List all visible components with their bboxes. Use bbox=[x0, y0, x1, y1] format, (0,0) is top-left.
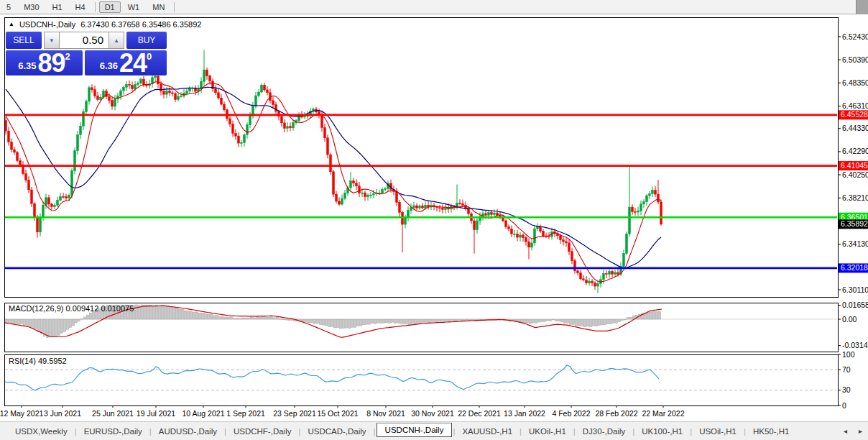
rsi-axis-label: 0 bbox=[842, 401, 846, 410]
date-label: 22 Mar 2022 bbox=[642, 409, 685, 418]
date-label: 13 Jan 2022 bbox=[504, 409, 545, 418]
date-label: 28 Feb 2022 bbox=[596, 409, 638, 418]
macd-axis-label: -0.031421 bbox=[842, 341, 868, 349]
buy-price-button[interactable]: 6.36 24 0 bbox=[85, 50, 167, 75]
macd-label: MACD(12,26,9) 0.009412 0.010075 bbox=[9, 304, 134, 313]
price-tick-label: 6.34130 bbox=[842, 239, 868, 248]
volume-input[interactable]: 0.50 bbox=[60, 32, 108, 49]
rsi-panel bbox=[4, 354, 838, 405]
sell-price-sup: 2 bbox=[65, 51, 70, 62]
date-label: 12 May 2021 bbox=[0, 409, 44, 418]
collapse-chart-icon[interactable]: ▲ bbox=[9, 22, 14, 27]
price-axis: 6.524306.503906.483506.463106.443306.422… bbox=[838, 32, 868, 294]
chevron-up-icon: ▲ bbox=[114, 37, 119, 44]
volume-spinner: ▼ 0.50 ▲ bbox=[44, 32, 124, 49]
date-label: 8 Nov 2021 bbox=[366, 409, 405, 418]
date-label: 25 Jun 2021 bbox=[92, 409, 134, 418]
sell-button[interactable]: SELL bbox=[6, 32, 42, 49]
price-tick-label: 6.38210 bbox=[842, 193, 868, 202]
buy-price-big: 24 bbox=[119, 52, 147, 75]
price-tag-6.45528: 6.45528 bbox=[839, 110, 868, 119]
price-tick-label: 6.50390 bbox=[842, 55, 868, 64]
buy-button[interactable]: BUY bbox=[126, 32, 167, 49]
buy-price-prefix: 6.36 bbox=[100, 60, 118, 71]
rsi-axis: 10070300 bbox=[838, 350, 855, 410]
buy-price-sup: 0 bbox=[147, 51, 152, 62]
chart-header: ▲ USDCNH-,Daily 6.37430 6.37658 6.35486 … bbox=[9, 20, 201, 29]
date-label: 23 Sep 2021 bbox=[273, 409, 316, 418]
chart-ohlc-values: 6.37430 6.37658 6.35486 6.35892 bbox=[80, 20, 201, 29]
price-tick-label: 6.52430 bbox=[842, 32, 868, 41]
date-label: 10 Aug 2021 bbox=[183, 409, 225, 418]
date-label: 4 Feb 2022 bbox=[552, 409, 590, 418]
date-axis: 12 May 20213 Jun 202125 Jun 202119 Jul 2… bbox=[0, 405, 685, 418]
svg-text:6.32018: 6.32018 bbox=[841, 263, 868, 272]
macd-axis-label: 0.016586 bbox=[842, 301, 868, 309]
chevron-down-icon: ▼ bbox=[49, 37, 55, 44]
price-tag-6.35892: 6.35892 bbox=[839, 219, 868, 229]
macd-axis-label: 0.00 bbox=[842, 315, 857, 324]
chart-symbol-period: USDCNH-,Daily bbox=[19, 20, 75, 29]
rsi-axis-label: 70 bbox=[842, 365, 851, 374]
date-label: 15 Oct 2021 bbox=[317, 409, 358, 418]
date-label: 30 Nov 2021 bbox=[411, 409, 454, 418]
volume-down-button[interactable]: ▼ bbox=[44, 32, 60, 49]
price-tick-label: 6.30110 bbox=[842, 285, 868, 294]
rsi-axis-label: 30 bbox=[842, 385, 851, 394]
date-label: 19 Jul 2021 bbox=[137, 409, 175, 418]
price-tag-6.41045: 6.41045 bbox=[839, 161, 868, 170]
macd-axis: 0.0165860.00-0.031421 bbox=[838, 301, 868, 349]
rsi-label: RSI(14) 49.5952 bbox=[9, 357, 67, 365]
sell-price-button[interactable]: 6.35 89 2 bbox=[6, 50, 83, 75]
price-tick-label: 6.48350 bbox=[842, 78, 868, 87]
trading-platform-window: 5M30H1H4D1W1MN 6.524306.503906.483506.46… bbox=[0, 0, 868, 440]
price-tag-6.32018: 6.32018 bbox=[839, 263, 868, 272]
price-tick-label: 6.42290 bbox=[842, 147, 868, 155]
svg-text:6.45528: 6.45528 bbox=[841, 110, 868, 119]
price-tick-label: 6.46310 bbox=[842, 101, 868, 110]
price-tick-label: 6.44330 bbox=[842, 124, 868, 132]
date-label: 1 Sep 2021 bbox=[226, 409, 265, 418]
sell-price-big: 89 bbox=[38, 52, 65, 75]
svg-text:6.35892: 6.35892 bbox=[841, 219, 868, 228]
date-label: 3 Jun 2021 bbox=[44, 409, 81, 418]
price-tick-label: 6.40250 bbox=[842, 170, 868, 179]
volume-up-button[interactable]: ▲ bbox=[108, 32, 124, 49]
sell-price-prefix: 6.35 bbox=[18, 60, 36, 71]
svg-text:6.41045: 6.41045 bbox=[841, 161, 868, 170]
one-click-trading-panel: SELL ▼ 0.50 ▲ BUY 6.35 89 2 6.36 24 0 bbox=[6, 32, 167, 75]
date-label: 22 Dec 2021 bbox=[458, 409, 501, 418]
rsi-axis-label: 100 bbox=[842, 350, 855, 359]
